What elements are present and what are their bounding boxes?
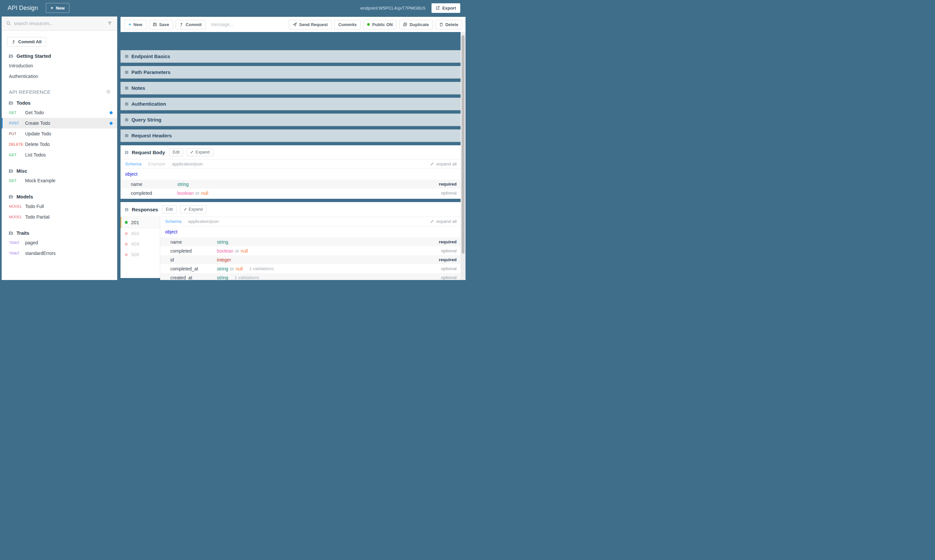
search-input[interactable]	[14, 21, 105, 26]
status-code-201[interactable]: 201	[120, 217, 160, 228]
status-code-403[interactable]: 403	[120, 228, 160, 239]
duplicate-button[interactable]: Duplicate	[399, 20, 433, 29]
section-authentication[interactable]: ⊞ Authentication	[120, 98, 461, 110]
new-resource-button[interactable]: + New	[125, 20, 146, 29]
sidebar-item-todo-full[interactable]: MODEL Todo Full	[2, 201, 117, 212]
folder-open-icon	[9, 231, 13, 235]
search-bar	[2, 17, 117, 31]
responses-header: ⊟ Responses Edit Expand	[120, 202, 461, 217]
commit-button[interactable]: Commit	[176, 20, 205, 29]
sidebar-group-misc: Misc GET Mock Example	[2, 167, 117, 186]
sidebar-group-header[interactable]: Getting Started	[2, 52, 117, 60]
request-body-tabs: Schema Example application/json expand a…	[120, 159, 461, 168]
commit-all-button[interactable]: Commit All	[7, 37, 46, 46]
public-toggle-button[interactable]: Public ON	[363, 20, 397, 29]
duplicate-copy-icon	[403, 23, 407, 26]
collapse-minus-icon[interactable]: ⊟	[125, 150, 128, 155]
method-badge: GET	[9, 178, 25, 183]
sidebar-group-header[interactable]: Todos	[2, 99, 117, 107]
edit-button[interactable]: Edit	[162, 205, 177, 213]
sidebar-item-todo-partial[interactable]: MODEL Todo Partial	[2, 212, 117, 222]
scrollbar-thumb[interactable]	[461, 35, 464, 254]
send-request-button[interactable]: Send Request	[289, 20, 332, 29]
api-reference-label: API REFERENCE	[9, 89, 51, 95]
method-badge: GET	[9, 153, 25, 157]
tab-content-type[interactable]: application/json	[188, 219, 219, 224]
sidebar-group-header[interactable]: Traits	[2, 229, 117, 237]
section-notes[interactable]: ⊞ Notes	[120, 82, 461, 94]
schema-row-completed[interactable]: completed booleanornulloptional	[160, 246, 461, 255]
schema-row-completed-at[interactable]: completed_at stringornull1 validationsop…	[160, 264, 461, 273]
section-path-parameters[interactable]: ⊞ Path Parameters	[120, 66, 461, 78]
plus-icon: +	[51, 5, 53, 11]
sidebar-group-header[interactable]: Misc	[2, 167, 117, 175]
status-code-404[interactable]: 404	[120, 239, 160, 249]
commit-all-label: Commit All	[18, 39, 42, 44]
required-flag: required	[439, 182, 461, 186]
trash-icon	[440, 23, 443, 26]
top-bar: API Design + New endpoint:W5PCL4sjxT7PMG…	[0, 0, 468, 16]
validations-count: 1 validations	[249, 266, 274, 271]
sidebar-item-paged[interactable]: TRAIT paged	[2, 237, 117, 248]
sidebar-section-getting-started: Getting Started IntroductionAuthenticati…	[2, 52, 117, 82]
expand-diagonal-icon	[430, 220, 434, 223]
schema-root-type[interactable]: object	[120, 168, 461, 180]
status-code-500[interactable]: 500	[120, 249, 160, 260]
optional-flag: optional	[441, 191, 461, 195]
sidebar-item-authentication[interactable]: Authentication	[2, 71, 117, 82]
expand-all-button[interactable]: expand all	[430, 162, 457, 166]
section-request-headers[interactable]: ⊞ Request Headers	[120, 129, 461, 142]
collapse-minus-icon[interactable]: ⊟	[125, 208, 128, 212]
schema-row-name[interactable]: name stringrequired	[160, 237, 461, 246]
sidebar-group-title: Todos	[17, 100, 30, 106]
status-dot	[125, 232, 128, 235]
schema-row-created-at[interactable]: created_at string1 validationsoptional	[160, 273, 461, 280]
sidebar-item-mock-example[interactable]: GET Mock Example	[2, 175, 117, 186]
tab-example[interactable]: Example	[148, 162, 166, 166]
required-flag: required	[439, 239, 461, 245]
sidebar-item-standarderrors[interactable]: TRAIT standardErrors	[2, 248, 117, 258]
new-project-button[interactable]: + New	[46, 3, 69, 13]
status-code-list: 201 403 404 500	[120, 217, 160, 278]
sidebar-item-get-todo[interactable]: GET Get Todo	[2, 107, 117, 118]
filter-funnel-icon[interactable]	[108, 22, 112, 25]
vertical-scrollbar[interactable]	[461, 32, 466, 280]
sidebar-content: Commit All Getting Started IntroductionA…	[2, 37, 117, 258]
save-button[interactable]: Save	[149, 20, 173, 29]
delete-button[interactable]: Delete	[435, 20, 462, 29]
schema-row-completed[interactable]: completed booleanornulloptional	[120, 189, 461, 197]
commit-message-input[interactable]	[211, 22, 274, 27]
status-dot	[125, 243, 128, 246]
export-button[interactable]: Export	[432, 3, 460, 13]
schema-row-name[interactable]: name stringrequired	[120, 180, 461, 189]
sidebar-item-update-todo[interactable]: PUT Update Todo	[2, 128, 117, 139]
expand-plus-icon: ⊞	[125, 102, 128, 106]
sidebar-item-introduction[interactable]: Introduction	[2, 60, 117, 71]
expand-all-button[interactable]: expand all	[430, 219, 457, 224]
expand-button[interactable]: Expand	[186, 148, 213, 156]
status-dot	[125, 221, 128, 224]
schema-row-id[interactable]: id integerrequired	[160, 255, 461, 264]
new-project-label: New	[56, 6, 65, 11]
endpoint-toolbar: + New Save Commit	[120, 17, 466, 32]
section-endpoint-basics[interactable]: ⊞ Endpoint Basics	[120, 50, 461, 63]
method-badge: PUT	[9, 132, 25, 136]
tab-schema[interactable]: Schema	[125, 162, 141, 166]
section-query-string[interactable]: ⊞ Query String	[120, 114, 461, 126]
commits-button[interactable]: Commits	[334, 20, 361, 29]
sidebar: Commit All Getting Started IntroductionA…	[2, 17, 117, 280]
expand-diagonal-icon	[190, 151, 194, 154]
sidebar-item-create-todo[interactable]: POST Create Todo	[2, 118, 117, 128]
status-dot	[125, 253, 128, 256]
tab-schema[interactable]: Schema	[165, 219, 181, 224]
gear-icon[interactable]: ⚙	[106, 89, 111, 95]
sidebar-group-header[interactable]: Models	[2, 192, 117, 201]
expand-plus-icon: ⊞	[125, 86, 128, 90]
required-flag: required	[439, 257, 461, 262]
edit-button[interactable]: Edit	[169, 148, 183, 156]
expand-button[interactable]: Expand	[180, 205, 206, 213]
tab-content-type[interactable]: application/json	[172, 162, 203, 166]
schema-root-type[interactable]: object	[160, 226, 461, 237]
sidebar-item-delete-todo[interactable]: DELETE Delete Todo	[2, 139, 117, 149]
sidebar-item-list-todos[interactable]: GET List Todos	[2, 149, 117, 160]
